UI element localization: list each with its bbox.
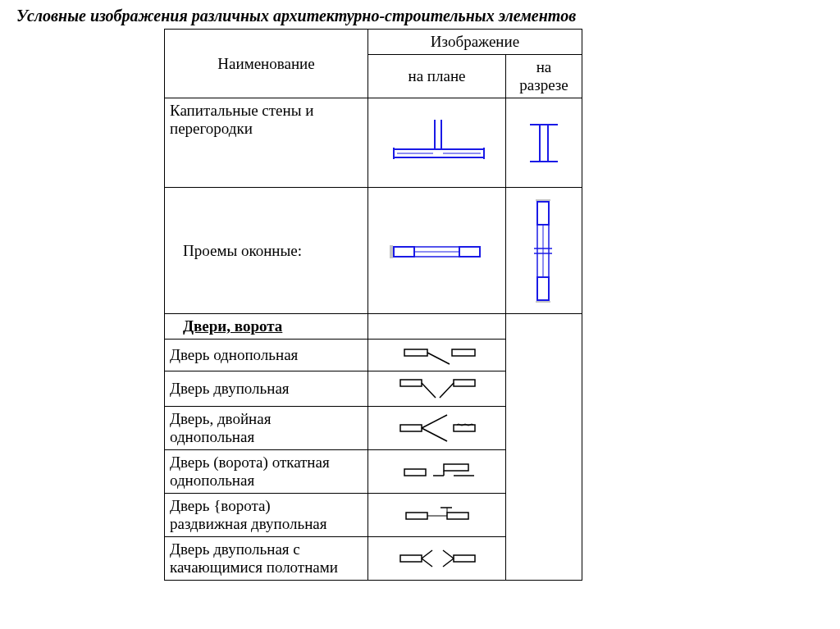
row-windows-section bbox=[506, 188, 582, 314]
row-d5-name: Дверь {ворота)раздвижная двупольная bbox=[165, 494, 368, 537]
header-name: Наименование bbox=[165, 30, 368, 98]
row-doors-heading-plan bbox=[368, 314, 506, 340]
wall-plan-icon bbox=[386, 118, 488, 167]
svg-line-33 bbox=[422, 383, 436, 398]
row-doors-heading: Двери, ворота bbox=[165, 314, 368, 340]
row-d4-name: Дверь (ворота) откатнаяоднопольная bbox=[165, 450, 368, 494]
svg-rect-29 bbox=[452, 349, 475, 356]
svg-rect-39 bbox=[404, 469, 426, 476]
door-sliding-single-icon bbox=[388, 458, 486, 485]
svg-line-55 bbox=[443, 558, 454, 567]
door-sliding-double-icon bbox=[388, 503, 486, 527]
row-walls-plan bbox=[368, 98, 506, 188]
row-walls-section bbox=[506, 98, 582, 188]
row-d5-plan bbox=[368, 494, 506, 537]
svg-line-34 bbox=[440, 383, 454, 398]
svg-line-52 bbox=[422, 550, 432, 558]
header-section: на разрезе bbox=[506, 55, 582, 98]
svg-rect-19 bbox=[537, 202, 549, 225]
row-d6-plan bbox=[368, 537, 506, 581]
svg-rect-32 bbox=[454, 380, 475, 386]
header-image: Изображение bbox=[368, 30, 582, 55]
row-d3-name: Дверь, двойнаяоднопольная bbox=[165, 407, 368, 450]
row-windows-plan bbox=[368, 188, 506, 314]
svg-rect-35 bbox=[400, 425, 422, 431]
row-walls-name: Капитальные стены и перегородки bbox=[165, 98, 368, 188]
svg-rect-36 bbox=[454, 425, 475, 431]
row-windows-name: Проемы оконные: bbox=[165, 188, 368, 314]
svg-line-37 bbox=[422, 415, 447, 428]
window-plan-icon bbox=[386, 239, 488, 263]
door-double-icon bbox=[388, 375, 486, 403]
row-d2-plan bbox=[368, 371, 506, 407]
door-single-icon bbox=[388, 343, 486, 367]
svg-rect-31 bbox=[400, 380, 422, 386]
svg-rect-51 bbox=[454, 555, 475, 562]
door-swing-double-icon bbox=[388, 544, 486, 573]
svg-rect-28 bbox=[404, 349, 427, 356]
row-d1-plan bbox=[368, 340, 506, 371]
svg-rect-46 bbox=[447, 513, 468, 519]
svg-line-53 bbox=[422, 558, 432, 567]
row-d6-name: Дверь двупольная скачающимися полотнами bbox=[165, 537, 368, 581]
svg-line-54 bbox=[443, 550, 454, 558]
row-d1-name: Дверь однопольная bbox=[165, 340, 368, 371]
row-d3-plan bbox=[368, 407, 506, 450]
svg-line-38 bbox=[422, 428, 447, 441]
svg-line-30 bbox=[427, 353, 450, 364]
row-d4-plan bbox=[368, 450, 506, 494]
svg-rect-13 bbox=[459, 247, 480, 257]
svg-rect-12 bbox=[394, 247, 414, 257]
svg-rect-41 bbox=[444, 464, 468, 471]
row-doors-section bbox=[506, 314, 582, 581]
svg-rect-44 bbox=[406, 513, 427, 519]
svg-rect-20 bbox=[537, 277, 549, 300]
svg-rect-50 bbox=[400, 555, 422, 562]
door-dbl-single-icon bbox=[388, 410, 486, 446]
window-section-icon bbox=[527, 198, 560, 304]
page-title: Условные изображения различных архитекту… bbox=[16, 7, 840, 25]
symbols-table: Наименование Изображение на плане на раз… bbox=[164, 29, 582, 581]
header-plan: на плане bbox=[368, 55, 506, 98]
wall-section-icon bbox=[523, 121, 564, 166]
row-d2-name: Дверь двупольная bbox=[165, 371, 368, 407]
